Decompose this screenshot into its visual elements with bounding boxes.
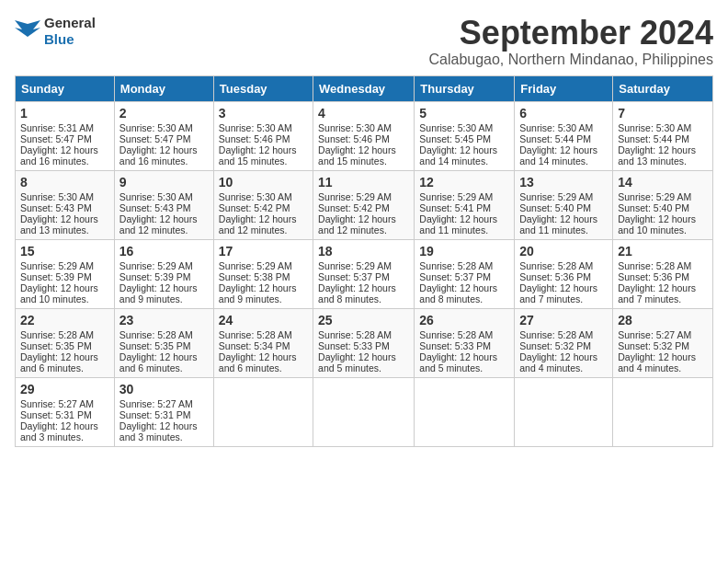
cell-sunrise: Sunrise: 5:30 AMSunset: 5:46 PMDaylight:… <box>318 122 396 167</box>
table-row: 14Sunrise: 5:29 AMSunset: 5:40 PMDayligh… <box>613 170 713 239</box>
table-row: 25Sunrise: 5:28 AMSunset: 5:33 PMDayligh… <box>313 308 415 377</box>
day-number: 1 <box>20 106 109 121</box>
table-row: 12Sunrise: 5:29 AMSunset: 5:41 PMDayligh… <box>415 170 515 239</box>
cell-sunrise: Sunrise: 5:28 AMSunset: 5:33 PMDaylight:… <box>318 329 396 373</box>
calendar-header-row: Sunday Monday Tuesday Wednesday Thursday… <box>16 75 713 101</box>
day-number: 23 <box>119 313 209 327</box>
table-row: 3Sunrise: 5:30 AMSunset: 5:46 PMDaylight… <box>213 101 313 170</box>
day-number: 21 <box>618 244 708 259</box>
cell-sunrise: Sunrise: 5:30 AMSunset: 5:46 PMDaylight:… <box>219 122 297 167</box>
table-row: 13Sunrise: 5:29 AMSunset: 5:40 PMDayligh… <box>515 170 613 239</box>
table-row: 8Sunrise: 5:30 AMSunset: 5:43 PMDaylight… <box>16 170 115 239</box>
day-number: 9 <box>119 175 209 190</box>
col-thursday: Thursday <box>415 75 515 101</box>
table-row: 4Sunrise: 5:30 AMSunset: 5:46 PMDaylight… <box>313 101 415 170</box>
day-number: 5 <box>419 106 509 121</box>
table-row: 22Sunrise: 5:28 AMSunset: 5:35 PMDayligh… <box>16 308 115 377</box>
day-number: 27 <box>519 313 608 327</box>
day-number: 11 <box>318 175 409 190</box>
table-row: 19Sunrise: 5:28 AMSunset: 5:37 PMDayligh… <box>415 239 515 308</box>
day-number: 16 <box>119 244 209 259</box>
col-monday: Monday <box>114 75 213 101</box>
day-number: 6 <box>519 106 608 121</box>
day-number: 18 <box>318 244 409 259</box>
col-friday: Friday <box>515 75 613 101</box>
cell-sunrise: Sunrise: 5:29 AMSunset: 5:41 PMDaylight:… <box>419 191 497 236</box>
day-number: 26 <box>419 313 509 327</box>
table-row: 17Sunrise: 5:29 AMSunset: 5:38 PMDayligh… <box>213 239 313 308</box>
day-number: 10 <box>219 175 308 190</box>
table-row: 7Sunrise: 5:30 AMSunset: 5:44 PMDaylight… <box>613 101 713 170</box>
day-number: 22 <box>20 313 109 327</box>
table-row: 20Sunrise: 5:28 AMSunset: 5:36 PMDayligh… <box>515 239 613 308</box>
cell-sunrise: Sunrise: 5:28 AMSunset: 5:36 PMDaylight:… <box>519 260 597 304</box>
table-row: 6Sunrise: 5:30 AMSunset: 5:44 PMDaylight… <box>515 101 613 170</box>
cell-sunrise: Sunrise: 5:28 AMSunset: 5:33 PMDaylight:… <box>419 329 497 373</box>
day-number: 24 <box>219 313 308 327</box>
table-row: 21Sunrise: 5:28 AMSunset: 5:36 PMDayligh… <box>613 239 713 308</box>
logo-general: General <box>44 15 96 30</box>
cell-sunrise: Sunrise: 5:29 AMSunset: 5:40 PMDaylight:… <box>519 191 597 236</box>
cell-sunrise: Sunrise: 5:27 AMSunset: 5:32 PMDaylight:… <box>618 329 696 373</box>
cell-sunrise: Sunrise: 5:30 AMSunset: 5:42 PMDaylight:… <box>219 191 297 236</box>
day-number: 17 <box>219 244 308 259</box>
cell-sunrise: Sunrise: 5:30 AMSunset: 5:45 PMDaylight:… <box>419 122 497 167</box>
table-row: 16Sunrise: 5:29 AMSunset: 5:39 PMDayligh… <box>114 239 213 308</box>
table-row: 10Sunrise: 5:30 AMSunset: 5:42 PMDayligh… <box>213 170 313 239</box>
cell-sunrise: Sunrise: 5:30 AMSunset: 5:44 PMDaylight:… <box>618 122 696 167</box>
cell-sunrise: Sunrise: 5:28 AMSunset: 5:37 PMDaylight:… <box>419 260 497 304</box>
cell-sunrise: Sunrise: 5:30 AMSunset: 5:43 PMDaylight:… <box>20 191 98 236</box>
col-saturday: Saturday <box>613 75 713 101</box>
day-number: 7 <box>618 106 708 121</box>
cell-sunrise: Sunrise: 5:31 AMSunset: 5:47 PMDaylight:… <box>20 122 98 167</box>
table-row: 2Sunrise: 5:30 AMSunset: 5:47 PMDaylight… <box>114 101 213 170</box>
cell-sunrise: Sunrise: 5:27 AMSunset: 5:31 PMDaylight:… <box>119 398 198 442</box>
cell-sunrise: Sunrise: 5:27 AMSunset: 5:31 PMDaylight:… <box>20 398 98 442</box>
day-number: 15 <box>20 244 109 259</box>
cell-sunrise: Sunrise: 5:28 AMSunset: 5:32 PMDaylight:… <box>519 329 597 373</box>
table-row <box>415 377 515 446</box>
cell-sunrise: Sunrise: 5:30 AMSunset: 5:47 PMDaylight:… <box>119 122 198 167</box>
logo-icon <box>15 20 40 42</box>
day-number: 4 <box>318 106 409 121</box>
table-row: 9Sunrise: 5:30 AMSunset: 5:43 PMDaylight… <box>114 170 213 239</box>
cell-sunrise: Sunrise: 5:29 AMSunset: 5:37 PMDaylight:… <box>318 260 396 304</box>
table-row: 1Sunrise: 5:31 AMSunset: 5:47 PMDaylight… <box>16 101 115 170</box>
col-tuesday: Tuesday <box>213 75 313 101</box>
day-number: 20 <box>519 244 608 259</box>
calendar-week-row: 29Sunrise: 5:27 AMSunset: 5:31 PMDayligh… <box>16 377 713 446</box>
calendar-week-row: 8Sunrise: 5:30 AMSunset: 5:43 PMDaylight… <box>16 170 713 239</box>
logo-blue: Blue <box>44 31 74 47</box>
cell-sunrise: Sunrise: 5:29 AMSunset: 5:38 PMDaylight:… <box>219 260 297 304</box>
calendar-week-row: 15Sunrise: 5:29 AMSunset: 5:39 PMDayligh… <box>16 239 713 308</box>
title-area: September 2024 Calabugao, Northern Minda… <box>428 15 713 68</box>
day-number: 25 <box>318 313 409 327</box>
table-row: 26Sunrise: 5:28 AMSunset: 5:33 PMDayligh… <box>415 308 515 377</box>
table-row <box>313 377 415 446</box>
day-number: 14 <box>618 175 708 190</box>
cell-sunrise: Sunrise: 5:28 AMSunset: 5:34 PMDaylight:… <box>219 329 297 373</box>
day-number: 12 <box>419 175 509 190</box>
cell-sunrise: Sunrise: 5:29 AMSunset: 5:42 PMDaylight:… <box>318 191 396 236</box>
day-number: 29 <box>20 382 109 396</box>
day-number: 13 <box>519 175 608 190</box>
col-sunday: Sunday <box>16 75 115 101</box>
day-number: 8 <box>20 175 109 190</box>
table-row: 29Sunrise: 5:27 AMSunset: 5:31 PMDayligh… <box>16 377 115 446</box>
day-number: 30 <box>119 382 209 396</box>
col-wednesday: Wednesday <box>313 75 415 101</box>
table-row: 15Sunrise: 5:29 AMSunset: 5:39 PMDayligh… <box>16 239 115 308</box>
cell-sunrise: Sunrise: 5:29 AMSunset: 5:39 PMDaylight:… <box>20 260 98 304</box>
day-number: 19 <box>419 244 509 259</box>
cell-sunrise: Sunrise: 5:29 AMSunset: 5:40 PMDaylight:… <box>618 191 696 236</box>
cell-sunrise: Sunrise: 5:28 AMSunset: 5:36 PMDaylight:… <box>618 260 696 304</box>
table-row: 27Sunrise: 5:28 AMSunset: 5:32 PMDayligh… <box>515 308 613 377</box>
table-row: 30Sunrise: 5:27 AMSunset: 5:31 PMDayligh… <box>114 377 213 446</box>
header: General Blue September 2024 Calabugao, N… <box>15 15 713 68</box>
table-row: 24Sunrise: 5:28 AMSunset: 5:34 PMDayligh… <box>213 308 313 377</box>
table-row <box>515 377 613 446</box>
table-row: 28Sunrise: 5:27 AMSunset: 5:32 PMDayligh… <box>613 308 713 377</box>
table-row: 18Sunrise: 5:29 AMSunset: 5:37 PMDayligh… <box>313 239 415 308</box>
table-row: 23Sunrise: 5:28 AMSunset: 5:35 PMDayligh… <box>114 308 213 377</box>
day-number: 2 <box>119 106 209 121</box>
